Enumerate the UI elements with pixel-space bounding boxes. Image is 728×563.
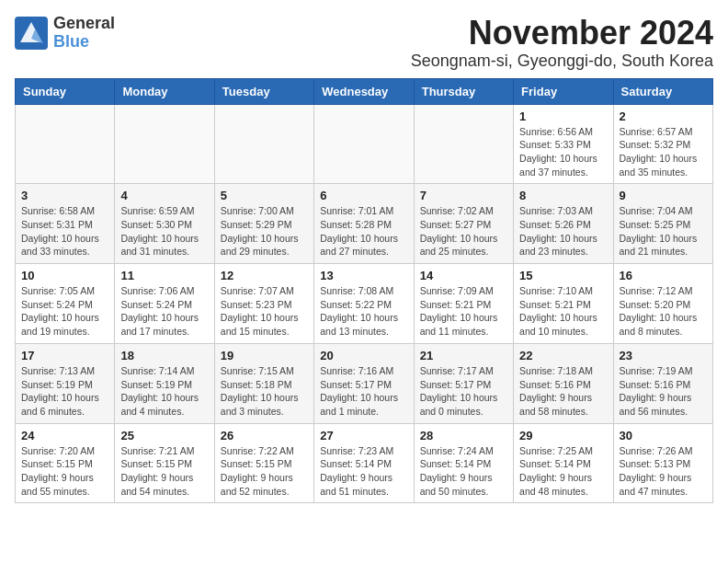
calendar-cell: 23Sunrise: 7:19 AMSunset: 5:16 PMDayligh… bbox=[613, 343, 712, 423]
weekday-header-saturday: Saturday bbox=[613, 78, 712, 104]
day-info: Sunrise: 7:03 AMSunset: 5:26 PMDaylight:… bbox=[519, 204, 607, 259]
day-number: 9 bbox=[620, 189, 707, 202]
weekday-header-wednesday: Wednesday bbox=[314, 78, 414, 104]
calendar-cell: 18Sunrise: 7:14 AMSunset: 5:19 PMDayligh… bbox=[115, 343, 214, 423]
day-number: 1 bbox=[519, 109, 607, 123]
day-info: Sunrise: 6:59 AMSunset: 5:30 PMDaylight:… bbox=[120, 204, 208, 259]
day-info: Sunrise: 7:26 AMSunset: 5:13 PMDaylight:… bbox=[620, 444, 707, 499]
calendar-cell: 27Sunrise: 7:23 AMSunset: 5:14 PMDayligh… bbox=[314, 423, 414, 503]
day-info: Sunrise: 7:08 AMSunset: 5:22 PMDaylight:… bbox=[320, 284, 407, 339]
day-number: 19 bbox=[221, 349, 308, 362]
calendar-cell: 30Sunrise: 7:26 AMSunset: 5:13 PMDayligh… bbox=[613, 423, 712, 503]
calendar-cell bbox=[115, 104, 214, 184]
day-info: Sunrise: 7:22 AMSunset: 5:15 PMDaylight:… bbox=[221, 444, 308, 499]
calendar-cell: 14Sunrise: 7:09 AMSunset: 5:21 PMDayligh… bbox=[414, 264, 513, 344]
calendar-cell: 21Sunrise: 7:17 AMSunset: 5:17 PMDayligh… bbox=[414, 343, 513, 423]
day-number: 22 bbox=[519, 349, 607, 362]
calendar-cell: 26Sunrise: 7:22 AMSunset: 5:15 PMDayligh… bbox=[214, 423, 313, 503]
calendar-cell: 12Sunrise: 7:07 AMSunset: 5:23 PMDayligh… bbox=[214, 264, 313, 344]
day-info: Sunrise: 7:21 AMSunset: 5:15 PMDaylight:… bbox=[120, 444, 208, 499]
logo-icon bbox=[15, 17, 48, 50]
title-block: November 2024 Seongnam-si, Gyeonggi-do, … bbox=[411, 15, 713, 71]
calendar-cell: 10Sunrise: 7:05 AMSunset: 5:24 PMDayligh… bbox=[16, 264, 115, 344]
day-info: Sunrise: 7:14 AMSunset: 5:19 PMDaylight:… bbox=[120, 364, 208, 419]
day-number: 14 bbox=[420, 269, 507, 282]
logo-text: General Blue bbox=[53, 15, 115, 52]
weekday-header-friday: Friday bbox=[514, 78, 613, 104]
day-number: 12 bbox=[221, 269, 308, 282]
day-info: Sunrise: 7:13 AMSunset: 5:19 PMDaylight:… bbox=[21, 364, 108, 419]
day-number: 5 bbox=[221, 189, 308, 202]
calendar-week-row: 17Sunrise: 7:13 AMSunset: 5:19 PMDayligh… bbox=[16, 343, 713, 423]
day-number: 20 bbox=[320, 349, 407, 362]
day-number: 28 bbox=[420, 429, 507, 442]
day-info: Sunrise: 7:20 AMSunset: 5:15 PMDaylight:… bbox=[21, 444, 108, 499]
day-info: Sunrise: 7:07 AMSunset: 5:23 PMDaylight:… bbox=[221, 284, 308, 339]
day-info: Sunrise: 7:24 AMSunset: 5:14 PMDaylight:… bbox=[420, 444, 507, 499]
day-info: Sunrise: 7:06 AMSunset: 5:24 PMDaylight:… bbox=[120, 284, 208, 339]
calendar-cell: 7Sunrise: 7:02 AMSunset: 5:27 PMDaylight… bbox=[414, 184, 513, 264]
day-number: 21 bbox=[420, 349, 507, 362]
calendar-cell: 17Sunrise: 7:13 AMSunset: 5:19 PMDayligh… bbox=[16, 343, 115, 423]
calendar-cell: 15Sunrise: 7:10 AMSunset: 5:21 PMDayligh… bbox=[514, 264, 613, 344]
day-info: Sunrise: 7:09 AMSunset: 5:21 PMDaylight:… bbox=[420, 284, 507, 339]
day-info: Sunrise: 7:00 AMSunset: 5:29 PMDaylight:… bbox=[221, 204, 308, 259]
day-number: 26 bbox=[221, 429, 308, 442]
day-info: Sunrise: 7:15 AMSunset: 5:18 PMDaylight:… bbox=[221, 364, 308, 419]
day-info: Sunrise: 7:01 AMSunset: 5:28 PMDaylight:… bbox=[320, 204, 407, 259]
day-info: Sunrise: 7:25 AMSunset: 5:14 PMDaylight:… bbox=[519, 444, 607, 499]
day-number: 27 bbox=[320, 429, 407, 442]
calendar-cell: 5Sunrise: 7:00 AMSunset: 5:29 PMDaylight… bbox=[214, 184, 313, 264]
day-number: 10 bbox=[21, 269, 108, 282]
day-info: Sunrise: 6:56 AMSunset: 5:33 PMDaylight:… bbox=[519, 125, 607, 179]
calendar-cell: 20Sunrise: 7:16 AMSunset: 5:17 PMDayligh… bbox=[314, 343, 414, 423]
weekday-header-thursday: Thursday bbox=[414, 78, 513, 104]
calendar-cell: 28Sunrise: 7:24 AMSunset: 5:14 PMDayligh… bbox=[414, 423, 513, 503]
calendar-week-row: 24Sunrise: 7:20 AMSunset: 5:15 PMDayligh… bbox=[16, 423, 713, 503]
day-info: Sunrise: 7:23 AMSunset: 5:14 PMDaylight:… bbox=[320, 444, 407, 499]
calendar-week-row: 3Sunrise: 6:58 AMSunset: 5:31 PMDaylight… bbox=[16, 184, 713, 264]
weekday-header-sunday: Sunday bbox=[16, 78, 115, 104]
day-number: 6 bbox=[320, 189, 407, 202]
calendar-cell: 3Sunrise: 6:58 AMSunset: 5:31 PMDaylight… bbox=[16, 184, 115, 264]
page-header: General Blue November 2024 Seongnam-si, … bbox=[15, 15, 713, 71]
day-number: 11 bbox=[120, 269, 208, 282]
calendar-week-row: 1Sunrise: 6:56 AMSunset: 5:33 PMDaylight… bbox=[16, 104, 713, 184]
calendar-cell: 6Sunrise: 7:01 AMSunset: 5:28 PMDaylight… bbox=[314, 184, 414, 264]
day-number: 4 bbox=[120, 189, 208, 202]
day-info: Sunrise: 7:19 AMSunset: 5:16 PMDaylight:… bbox=[620, 364, 707, 419]
day-number: 18 bbox=[120, 349, 208, 362]
logo: General Blue bbox=[15, 15, 115, 52]
day-info: Sunrise: 7:18 AMSunset: 5:16 PMDaylight:… bbox=[519, 364, 607, 419]
day-info: Sunrise: 7:12 AMSunset: 5:20 PMDaylight:… bbox=[620, 284, 707, 339]
calendar-cell: 1Sunrise: 6:56 AMSunset: 5:33 PMDaylight… bbox=[514, 104, 613, 184]
calendar-cell: 9Sunrise: 7:04 AMSunset: 5:25 PMDaylight… bbox=[613, 184, 712, 264]
day-number: 17 bbox=[21, 349, 108, 362]
calendar-cell: 16Sunrise: 7:12 AMSunset: 5:20 PMDayligh… bbox=[613, 264, 712, 344]
day-info: Sunrise: 7:16 AMSunset: 5:17 PMDaylight:… bbox=[320, 364, 407, 419]
day-number: 8 bbox=[519, 189, 607, 202]
day-number: 7 bbox=[420, 189, 507, 202]
calendar-cell bbox=[314, 104, 414, 184]
location-title: Seongnam-si, Gyeonggi-do, South Korea bbox=[411, 52, 713, 71]
calendar-cell: 24Sunrise: 7:20 AMSunset: 5:15 PMDayligh… bbox=[16, 423, 115, 503]
day-number: 25 bbox=[120, 429, 208, 442]
calendar-cell: 2Sunrise: 6:57 AMSunset: 5:32 PMDaylight… bbox=[613, 104, 712, 184]
calendar-cell: 11Sunrise: 7:06 AMSunset: 5:24 PMDayligh… bbox=[115, 264, 214, 344]
logo-line1: General bbox=[53, 15, 115, 33]
day-number: 29 bbox=[519, 429, 607, 442]
day-number: 15 bbox=[519, 269, 607, 282]
day-number: 16 bbox=[620, 269, 707, 282]
day-info: Sunrise: 7:04 AMSunset: 5:25 PMDaylight:… bbox=[620, 204, 707, 259]
calendar-cell bbox=[16, 104, 115, 184]
day-number: 2 bbox=[620, 109, 707, 123]
day-info: Sunrise: 7:17 AMSunset: 5:17 PMDaylight:… bbox=[420, 364, 507, 419]
calendar-cell: 29Sunrise: 7:25 AMSunset: 5:14 PMDayligh… bbox=[514, 423, 613, 503]
day-info: Sunrise: 7:05 AMSunset: 5:24 PMDaylight:… bbox=[21, 284, 108, 339]
calendar-cell bbox=[414, 104, 513, 184]
calendar-cell: 13Sunrise: 7:08 AMSunset: 5:22 PMDayligh… bbox=[314, 264, 414, 344]
calendar-cell: 25Sunrise: 7:21 AMSunset: 5:15 PMDayligh… bbox=[115, 423, 214, 503]
calendar-cell: 19Sunrise: 7:15 AMSunset: 5:18 PMDayligh… bbox=[214, 343, 313, 423]
day-info: Sunrise: 6:58 AMSunset: 5:31 PMDaylight:… bbox=[21, 204, 108, 259]
day-number: 3 bbox=[21, 189, 108, 202]
